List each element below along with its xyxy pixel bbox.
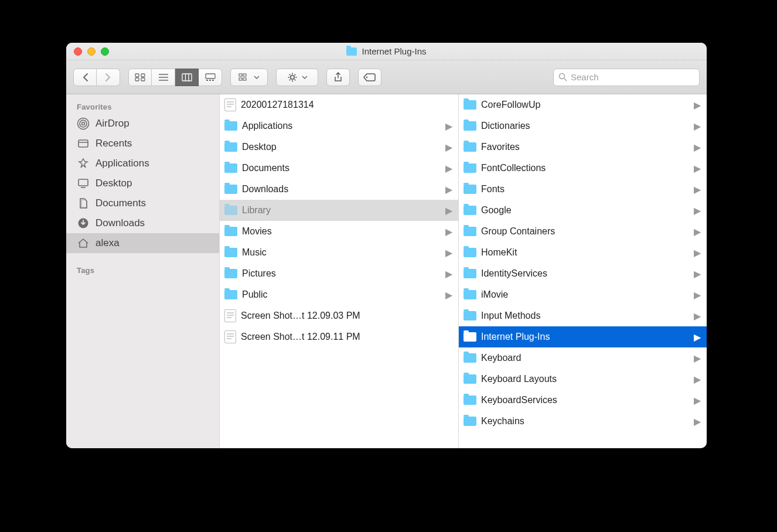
icon-view-button[interactable] bbox=[128, 69, 152, 86]
item-label: Screen Shot…t 12.09.11 PM bbox=[241, 332, 452, 342]
folder-icon bbox=[464, 311, 476, 320]
item-label: Favorites bbox=[481, 142, 689, 152]
folder-icon bbox=[464, 332, 476, 342]
documents-icon bbox=[77, 197, 90, 210]
sidebar-item-recents[interactable]: Recents bbox=[66, 134, 219, 154]
chevron-right-icon: ▶ bbox=[694, 332, 701, 343]
sidebar-item-airdrop[interactable]: AirDrop bbox=[66, 114, 219, 134]
sidebar-favorites-header: Favorites bbox=[66, 98, 219, 114]
chevron-right-icon: ▶ bbox=[694, 289, 701, 301]
item-label: HomeKit bbox=[481, 247, 689, 258]
svg-point-27 bbox=[366, 76, 367, 77]
window-title-text: Internet Plug-Ins bbox=[362, 46, 426, 56]
chevron-right-icon: ▶ bbox=[694, 268, 701, 279]
gallery-view-button[interactable] bbox=[199, 69, 222, 86]
folder-row[interactable]: FontCollections▶ bbox=[459, 158, 707, 179]
folder-row[interactable]: Group Containers▶ bbox=[459, 221, 707, 242]
folder-row[interactable]: Applications▶ bbox=[220, 115, 458, 137]
action-button[interactable] bbox=[276, 69, 318, 86]
sidebar-item-documents[interactable]: Documents bbox=[66, 193, 219, 213]
folder-row[interactable]: Favorites▶ bbox=[459, 137, 707, 158]
forward-button[interactable] bbox=[97, 69, 120, 86]
chevron-right-icon: ▶ bbox=[694, 374, 701, 385]
item-label: 20200127181314 bbox=[241, 100, 452, 110]
item-label: Public bbox=[242, 289, 441, 300]
folder-row[interactable]: Fonts▶ bbox=[459, 179, 707, 200]
folder-icon bbox=[224, 248, 237, 257]
folder-row[interactable]: Desktop▶ bbox=[220, 137, 458, 158]
item-label: Fonts bbox=[481, 184, 689, 195]
folder-row[interactable]: Movies▶ bbox=[220, 221, 458, 242]
search-field[interactable]: Search bbox=[553, 69, 700, 86]
folder-row[interactable]: CoreFollowUp▶ bbox=[459, 94, 707, 115]
folder-icon bbox=[224, 163, 237, 173]
svg-point-28 bbox=[560, 74, 565, 79]
folder-row[interactable]: iMovie▶ bbox=[459, 284, 707, 305]
column-0[interactable]: 20200127181314Applications▶Desktop▶Docum… bbox=[220, 94, 459, 448]
svg-rect-14 bbox=[239, 74, 242, 76]
sidebar-item-label: Documents bbox=[96, 197, 146, 209]
back-button[interactable] bbox=[73, 69, 97, 86]
folder-row[interactable]: Pictures▶ bbox=[220, 263, 458, 284]
sidebar-item-downloads[interactable]: Downloads bbox=[66, 213, 219, 233]
folder-row[interactable]: Keyboard Layouts▶ bbox=[459, 369, 707, 390]
share-button[interactable] bbox=[326, 69, 350, 86]
desktop-icon bbox=[77, 177, 90, 190]
minimize-button[interactable] bbox=[87, 47, 96, 56]
file-icon bbox=[224, 309, 236, 322]
folder-icon bbox=[346, 47, 357, 56]
folder-row[interactable]: IdentityServices▶ bbox=[459, 263, 707, 284]
folder-icon bbox=[224, 206, 237, 215]
folder-icon bbox=[464, 163, 476, 173]
search-placeholder: Search bbox=[571, 72, 599, 82]
folder-row[interactable]: HomeKit▶ bbox=[459, 242, 707, 263]
folder-row[interactable]: Public▶ bbox=[220, 284, 458, 305]
svg-point-31 bbox=[80, 120, 87, 127]
folder-icon bbox=[224, 290, 237, 299]
file-row[interactable]: 20200127181314 bbox=[220, 94, 458, 115]
folder-row[interactable]: Library▶ bbox=[220, 200, 458, 221]
folder-row[interactable]: Input Methods▶ bbox=[459, 305, 707, 326]
sidebar-item-applications[interactable]: Applications bbox=[66, 154, 219, 173]
tags-button[interactable] bbox=[358, 69, 381, 86]
titlebar: Internet Plug-Ins bbox=[66, 43, 707, 60]
file-row[interactable]: Screen Shot…t 12.09.03 PM bbox=[220, 305, 458, 326]
sidebar-item-alexa[interactable]: alexa bbox=[66, 233, 219, 253]
sidebar-item-label: Desktop bbox=[96, 178, 132, 189]
folder-icon bbox=[224, 227, 237, 236]
svg-rect-3 bbox=[141, 78, 145, 81]
column-view-button[interactable] bbox=[175, 69, 199, 86]
item-label: Group Containers bbox=[481, 226, 689, 237]
file-icon bbox=[224, 330, 236, 343]
folder-icon bbox=[224, 269, 237, 278]
folder-row[interactable]: Documents▶ bbox=[220, 158, 458, 179]
folder-row[interactable]: Keychains▶ bbox=[459, 411, 707, 432]
chevron-right-icon: ▶ bbox=[445, 268, 452, 279]
item-label: KeyboardServices bbox=[481, 395, 689, 405]
folder-row[interactable]: Google▶ bbox=[459, 200, 707, 221]
window-body: Favorites AirDropRecentsApplicationsDesk… bbox=[66, 94, 707, 448]
svg-rect-17 bbox=[243, 78, 246, 80]
chevron-right-icon: ▶ bbox=[445, 205, 452, 216]
item-label: Screen Shot…t 12.09.03 PM bbox=[241, 311, 452, 321]
file-row[interactable]: Screen Shot…t 12.09.11 PM bbox=[220, 326, 458, 347]
folder-row[interactable]: Downloads▶ bbox=[220, 179, 458, 200]
folder-row[interactable]: Dictionaries▶ bbox=[459, 115, 707, 137]
list-view-button[interactable] bbox=[152, 69, 175, 86]
svg-point-18 bbox=[291, 75, 294, 79]
group-button[interactable] bbox=[230, 69, 268, 86]
folder-row[interactable]: Keyboard▶ bbox=[459, 347, 707, 369]
folder-row[interactable]: Music▶ bbox=[220, 242, 458, 263]
folder-row[interactable]: KeyboardServices▶ bbox=[459, 390, 707, 411]
sidebar-tags-header: Tags bbox=[66, 261, 219, 277]
sidebar-item-label: Recents bbox=[96, 138, 132, 149]
item-label: Applications bbox=[242, 121, 441, 131]
zoom-button[interactable] bbox=[101, 47, 109, 56]
column-1[interactable]: CoreFollowUp▶Dictionaries▶Favorites▶Font… bbox=[459, 94, 707, 448]
close-button[interactable] bbox=[74, 47, 82, 56]
svg-rect-0 bbox=[135, 74, 139, 77]
item-label: Keyboard Layouts bbox=[481, 374, 689, 384]
folder-row[interactable]: Internet Plug-Ins▶ bbox=[459, 326, 707, 347]
sidebar-item-desktop[interactable]: Desktop bbox=[66, 173, 219, 193]
folder-icon bbox=[464, 290, 476, 299]
